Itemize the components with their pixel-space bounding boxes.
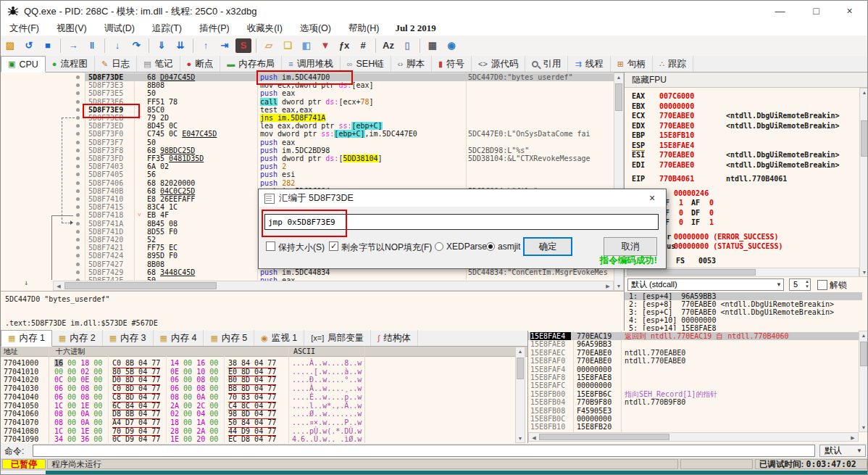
register-value[interactable]: 770EABE0 xyxy=(659,111,694,121)
register-value[interactable]: 00000246 xyxy=(674,189,709,199)
register-value[interactable]: 770EABE0 xyxy=(659,121,694,131)
flag-value[interactable]: 1 xyxy=(679,198,683,208)
tab-source[interactable]: <>源代码 xyxy=(472,56,525,72)
stack-row[interactable]: 15E8FAF0770EABE0ntdll.770EABE0 xyxy=(528,357,859,365)
stack-value[interactable]: 770EABE0 xyxy=(577,357,612,365)
stack-value[interactable]: 00000000 xyxy=(577,415,612,423)
register-row[interactable]: EDI770EABE0<ntdll.DbgUiRemoteBreakin> xyxy=(625,160,859,170)
argument-count-stepper[interactable]: 5 ▲▼ xyxy=(789,278,811,291)
stack-view[interactable]: 15E8FAE4770EAC19返回到 ntdll.770EAC19 自 ntd… xyxy=(527,331,868,443)
register-value[interactable]: 770EABE0 xyxy=(659,150,694,160)
breakpoint-dot[interactable] xyxy=(76,238,80,241)
stack-value[interactable]: 96A59BB3 xyxy=(577,340,612,348)
breakpoint-dot[interactable] xyxy=(76,189,80,193)
tab-trace[interactable]: ∴跟踪 xyxy=(653,56,693,72)
breakpoint-dot[interactable] xyxy=(76,205,80,209)
menu-item[interactable]: 选项(O) xyxy=(291,21,340,36)
tab-callstack[interactable]: ≡调用堆栈 xyxy=(282,56,340,72)
hide-fpu-button[interactable]: 隐藏FPU xyxy=(625,73,868,88)
trace-into-icon[interactable]: ⇓ xyxy=(154,38,170,53)
scylla-icon[interactable]: S xyxy=(235,38,251,53)
text-icon[interactable]: Aᴢ xyxy=(380,38,396,53)
breakpoint-dot[interactable] xyxy=(76,75,80,79)
dump-row[interactable]: 7704104006 00 08 00C8 8D 04 7708 00 0A 0… xyxy=(1,393,515,402)
step-into-icon[interactable]: ↓ xyxy=(109,38,125,53)
asmjit-radio[interactable] xyxy=(486,242,495,251)
disasm-row[interactable]: 5D8F740556push esi xyxy=(1,170,614,178)
stack-value[interactable]: 00000000 xyxy=(577,365,612,373)
stack-value[interactable]: 770EAC19 xyxy=(577,332,612,340)
ok-button[interactable]: 确定 xyxy=(523,237,572,256)
keep-size-checkbox[interactable] xyxy=(266,241,275,251)
stack-row[interactable]: 15E8FAE4770EAC19返回到 ntdll.770EAC19 自 ntd… xyxy=(528,332,859,340)
bookmark-icon[interactable]: ▼ xyxy=(317,38,333,53)
register-value[interactable]: 00000000 (ERROR_SUCCESS) xyxy=(674,232,779,242)
stack-value[interactable]: 15E8FB20 xyxy=(577,423,612,431)
register-value[interactable]: 15E8FB10 xyxy=(659,131,694,141)
pause-icon[interactable]: ‖ xyxy=(84,38,100,53)
breakpoint-dot[interactable] xyxy=(76,116,80,120)
unlock-checkbox[interactable] xyxy=(817,280,827,290)
dump-row[interactable]: 7704106008 00 0A 00D8 8B 04 7702 00 04 0… xyxy=(1,410,515,418)
register-row[interactable]: EDX770EABE0<ntdll.DbgUiRemoteBreakin> xyxy=(625,121,859,131)
menu-item[interactable]: 文件(F) xyxy=(1,21,48,36)
tab-symbols[interactable]: ▮符号 xyxy=(432,56,472,72)
menu-item[interactable]: 收藏夹(I) xyxy=(238,21,291,36)
bottom-tab-mem2[interactable]: ▦内存 2 xyxy=(52,330,103,346)
dump-row[interactable]: 7704101000 00 02 0080 5B 04 770E 00 10 0… xyxy=(1,368,515,376)
calling-convention-select[interactable]: 默认 (stdcall) ▼ xyxy=(627,278,784,291)
tab-handles[interactable]: ⊞句柄 xyxy=(611,56,653,72)
register-row[interactable]: EBP15E8FB10 xyxy=(625,131,859,141)
bottom-tab-mem5[interactable]: ▦内存 5 xyxy=(204,330,254,346)
dump-vscrollbar[interactable]: ▲▼ xyxy=(515,347,525,443)
tab-log[interactable]: ✎日志 xyxy=(95,56,137,72)
tab-cpu[interactable]: ▣CPU xyxy=(1,56,46,73)
stack-value[interactable]: 770B9F80 xyxy=(577,398,612,406)
register-row[interactable]: EAX007C6000 xyxy=(625,91,859,102)
disasm-row[interactable]: 5D8F73F750push eax xyxy=(1,139,614,146)
register-row[interactable]: ESP15E8FAE4 xyxy=(625,141,859,151)
stack-row[interactable]: 15E8FAE896A59BB3 xyxy=(528,340,859,348)
argument-row[interactable]: 2: [esp+8] 770EABE0 <ntdll.DbgUiRemoteBr… xyxy=(625,300,862,308)
tab-memmap[interactable]: ▬内存布局 xyxy=(220,56,282,72)
disasm-row[interactable]: 5D8F73F868 98BDC25Dpush im.5DC2BD985DC2B… xyxy=(1,146,614,154)
stack-row[interactable]: 15E8FAF400000000 xyxy=(528,365,859,373)
disasm-row[interactable]: 5D8F740668 82020000push 282 xyxy=(1,179,614,187)
run-to-user-code-icon[interactable]: ⇥ xyxy=(217,38,233,53)
restart-icon[interactable]: ↺ xyxy=(21,38,37,53)
command-input[interactable] xyxy=(33,445,815,457)
breakpoint-dot[interactable] xyxy=(76,222,80,226)
breakpoint-dot[interactable] xyxy=(76,157,80,160)
flag-value[interactable]: 1 xyxy=(709,218,714,228)
stack-value[interactable]: 15E8FB6C xyxy=(577,390,612,398)
flag-value[interactable]: 0 xyxy=(679,218,683,228)
breakpoint-dot[interactable] xyxy=(76,124,80,128)
disasm-row[interactable]: 5D8F742968 3448C45Dpush im.5DC448345DC44… xyxy=(1,268,614,276)
dialog-close-button[interactable]: × xyxy=(644,191,660,205)
breakpoint-dot[interactable] xyxy=(76,141,80,144)
open-file-icon[interactable]: ▨ xyxy=(2,38,18,53)
hash-icon[interactable]: # xyxy=(355,38,371,53)
tab-breakpoints[interactable]: ●断点 xyxy=(180,56,221,72)
breakpoint-dot[interactable] xyxy=(76,165,80,168)
stack-value[interactable]: 770EABE0 xyxy=(577,349,612,357)
dump-row[interactable]: 7704103006 00 08 00C0 8D 04 7706 00 08 0… xyxy=(1,384,515,393)
register-value[interactable]: 00000000 (STATUS_SUCCESS) xyxy=(674,241,783,252)
register-value[interactable]: 00000000 xyxy=(659,102,694,112)
cancel-button[interactable]: 取消 xyxy=(604,237,657,256)
function-icon[interactable]: ƒx xyxy=(336,38,352,53)
disasm-row[interactable]: 5D8F73ED8D45 0Clea eax,dword ptr ss:[ebp… xyxy=(1,122,614,130)
calculator-icon[interactable]: ▦ xyxy=(425,38,441,53)
segment-value[interactable]: 0053 xyxy=(698,256,716,266)
register-value[interactable]: 770B4061 xyxy=(659,174,694,184)
breakpoint-dot[interactable] xyxy=(76,213,80,217)
stop-icon[interactable]: ■ xyxy=(40,38,56,53)
register-value[interactable]: 15E8FAE4 xyxy=(659,141,694,151)
stack-vscrollbar[interactable]: ▲▼ xyxy=(859,331,868,432)
tab-notes[interactable]: ▤笔记 xyxy=(137,56,180,72)
step-over-icon[interactable]: ↷ xyxy=(128,38,144,53)
bottom-tab-watch1[interactable]: ◉监视 1 xyxy=(254,330,304,346)
bottom-tab-mem1[interactable]: ▦内存 1 xyxy=(1,330,52,347)
disasm-hscrollbar[interactable]: ◀▶ xyxy=(53,281,614,291)
nop-fill-checkbox[interactable]: ✓ xyxy=(329,241,338,251)
